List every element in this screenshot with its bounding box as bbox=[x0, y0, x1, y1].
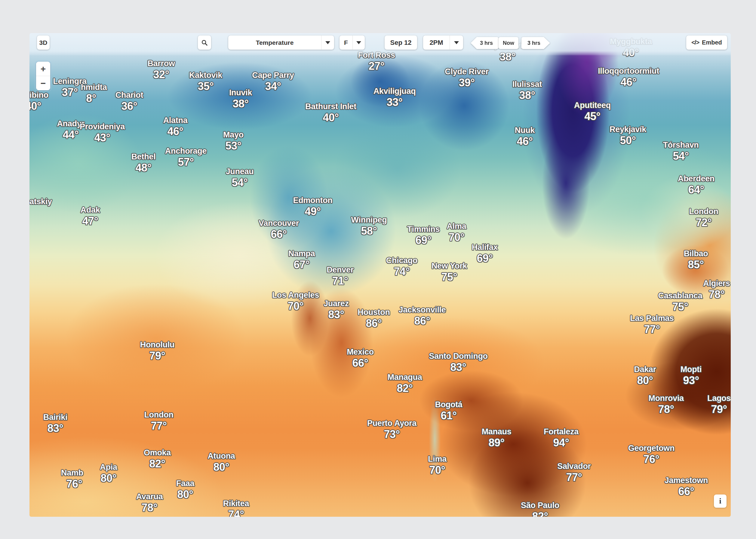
time-select[interactable]: 2PM bbox=[423, 36, 463, 50]
city-label[interactable]: London77° bbox=[144, 410, 173, 432]
city-label[interactable]: Alatna46° bbox=[163, 116, 188, 137]
city-label[interactable]: Barrow32° bbox=[147, 59, 175, 81]
city-label[interactable]: Provideniya43° bbox=[80, 122, 125, 144]
zoom-out-button[interactable]: − bbox=[36, 76, 50, 90]
info-button[interactable]: i bbox=[714, 495, 726, 508]
city-label[interactable]: New York75° bbox=[432, 261, 467, 283]
city-label[interactable]: Cape Parry34° bbox=[252, 70, 294, 92]
city-label[interactable]: Los Angeles70° bbox=[272, 290, 319, 312]
city-name: Houston bbox=[358, 307, 390, 317]
city-label[interactable]: Lima70° bbox=[428, 454, 447, 476]
city-label[interactable]: Juneau54° bbox=[226, 167, 254, 189]
city-label[interactable]: Avarua78° bbox=[136, 492, 163, 514]
city-label[interactable]: Chicago74° bbox=[386, 256, 417, 277]
city-label[interactable]: Bilbao85° bbox=[684, 249, 708, 271]
city-temp: 45° bbox=[574, 111, 611, 122]
city-label[interactable]: Jamestown66° bbox=[664, 476, 708, 498]
city-label[interactable]: Chariot36° bbox=[115, 90, 143, 112]
city-label[interactable]: Halifax69° bbox=[472, 242, 498, 265]
city-label[interactable]: Aberdeen64° bbox=[678, 174, 715, 196]
city-label[interactable]: Ilulissat38° bbox=[513, 79, 542, 101]
city-label[interactable]: Nuuk46° bbox=[515, 125, 535, 147]
city-label[interactable]: Bathurst Inlet40° bbox=[305, 102, 356, 123]
city-temp: 94° bbox=[544, 437, 579, 449]
city-label[interactable]: Jacksonville86° bbox=[398, 305, 446, 327]
city-label[interactable]: Bethel48° bbox=[131, 152, 156, 174]
city-label[interactable]: Juarez83° bbox=[323, 299, 349, 321]
city-label[interactable]: Dakar80° bbox=[634, 364, 656, 387]
city-label[interactable]: Namb76° bbox=[61, 468, 83, 490]
step-back-button[interactable]: 3 hrs bbox=[471, 37, 499, 49]
city-label[interactable]: Algiers78° bbox=[703, 278, 730, 300]
city-label[interactable]: Denver71° bbox=[326, 265, 354, 287]
city-label[interactable]: São Paulo82° bbox=[521, 501, 559, 517]
step-forward-button[interactable]: 3 hrs bbox=[521, 37, 550, 49]
code-icon: </> bbox=[691, 39, 699, 46]
city-name: Bilbao bbox=[684, 249, 708, 259]
city-label[interactable]: Winnipeg58° bbox=[351, 215, 387, 237]
city-name: Ilulissat bbox=[513, 79, 542, 89]
city-label[interactable]: Las Palmas77° bbox=[630, 313, 674, 335]
city-label[interactable]: Rikitea74° bbox=[223, 499, 249, 517]
city-label[interactable]: Faaa80° bbox=[176, 479, 194, 501]
view-3d-button[interactable]: 3D bbox=[37, 36, 50, 50]
now-button[interactable]: Now bbox=[499, 37, 518, 49]
city-label[interactable]: Houston86° bbox=[358, 307, 390, 329]
city-label[interactable]: Bogotá61° bbox=[435, 400, 462, 422]
city-label[interactable]: Alma70° bbox=[447, 221, 466, 243]
date-button[interactable]: Sep 12 bbox=[384, 36, 417, 50]
city-name: Georgetown bbox=[628, 443, 675, 453]
city-name: Algiers bbox=[703, 278, 730, 288]
city-label[interactable]: Honolulu79° bbox=[140, 340, 175, 362]
city-label[interactable]: Georgetown76° bbox=[628, 443, 675, 465]
city-label[interactable]: Vancouver66° bbox=[259, 218, 299, 240]
city-label[interactable]: London72° bbox=[689, 207, 718, 229]
city-label[interactable]: Managua82° bbox=[388, 372, 422, 394]
city-label[interactable]: Mopti93° bbox=[680, 364, 702, 387]
weather-map[interactable]: Fort Ross27°Barrow32°Kaktovik35°Cape Par… bbox=[30, 33, 731, 517]
zoom-control: + − bbox=[36, 62, 50, 90]
city-label[interactable]: hmidta8° bbox=[81, 82, 107, 104]
city-label[interactable]: Atuona80° bbox=[208, 451, 235, 473]
city-label[interactable]: atskiy bbox=[30, 197, 52, 207]
city-label[interactable]: Salvador77° bbox=[557, 461, 591, 483]
city-temp: 85° bbox=[684, 259, 708, 271]
city-name: Denver bbox=[326, 265, 354, 275]
city-label[interactable]: Casablanca75° bbox=[658, 291, 702, 313]
city-label[interactable]: Bairiki83° bbox=[43, 412, 67, 434]
city-temp: 69° bbox=[472, 252, 498, 265]
city-name: Juneau bbox=[226, 167, 254, 177]
city-label[interactable]: Reykjavík50° bbox=[610, 124, 646, 146]
city-label[interactable]: Nampa67° bbox=[288, 249, 315, 271]
city-label[interactable]: Akviligjuaq33° bbox=[374, 86, 416, 108]
city-label[interactable]: Tórshavn54° bbox=[663, 140, 699, 162]
unit-select[interactable]: F bbox=[339, 36, 365, 50]
city-label[interactable]: Omoka82° bbox=[144, 448, 171, 470]
city-label[interactable]: Clyde River39° bbox=[445, 67, 488, 89]
city-label[interactable]: Monrovia78° bbox=[648, 393, 684, 416]
zoom-in-button[interactable]: + bbox=[36, 62, 50, 76]
city-label[interactable]: ibino40° bbox=[30, 90, 48, 112]
city-label[interactable]: Edmonton49° bbox=[293, 195, 332, 217]
city-label[interactable]: Timmins69° bbox=[407, 224, 440, 246]
city-label[interactable]: Manaus89° bbox=[482, 427, 512, 449]
city-label[interactable]: Mexico66° bbox=[347, 347, 374, 369]
city-label[interactable]: Puerto Ayora73° bbox=[367, 419, 417, 440]
city-label[interactable]: Kaktovik35° bbox=[189, 70, 222, 92]
city-label[interactable]: Anchorage57° bbox=[165, 146, 207, 168]
city-label[interactable]: Fortaleza94° bbox=[544, 427, 579, 449]
city-temp: 73° bbox=[367, 428, 417, 440]
search-button[interactable] bbox=[198, 36, 211, 50]
city-label[interactable]: Mayo53° bbox=[223, 130, 243, 152]
city-name: Illoqqortoormiut bbox=[598, 66, 659, 76]
city-label[interactable]: Illoqqortoormiut46° bbox=[598, 66, 659, 88]
city-label[interactable]: Apia80° bbox=[100, 462, 117, 484]
layer-select[interactable]: Temperature bbox=[228, 36, 334, 50]
city-label[interactable]: Inuvik38° bbox=[229, 88, 252, 110]
city-label[interactable]: Lagos79° bbox=[707, 393, 731, 416]
embed-button[interactable]: </> Embed bbox=[686, 36, 727, 50]
city-label[interactable]: Aputiteeq45° bbox=[574, 101, 611, 122]
city-label[interactable]: Santo Domingo83° bbox=[429, 351, 488, 373]
city-temp: 77° bbox=[557, 471, 591, 483]
city-label[interactable]: Adak47° bbox=[81, 205, 100, 227]
